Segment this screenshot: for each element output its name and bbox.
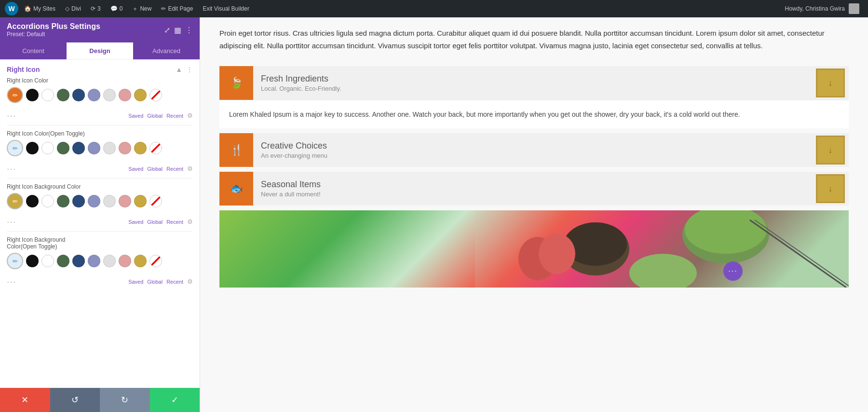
bg-color-swatch-black[interactable] (26, 195, 39, 207)
bottom-bar: ✕ ↺ ↻ ✓ (0, 388, 200, 412)
color-swatch-white[interactable] (41, 89, 54, 101)
color-swatch-lavender[interactable] (88, 89, 100, 101)
accordion-header-2[interactable]: 🐟 Seasonal Items Never a dull moment! ↓ (219, 172, 849, 206)
color-swatch-green[interactable] (57, 89, 69, 101)
bg-color-swatch-none[interactable] (149, 195, 162, 207)
color-tab-global[interactable]: Global (147, 113, 163, 119)
color-dots[interactable]: ··· (7, 110, 16, 121)
color-tab-recent[interactable]: Recent (166, 113, 183, 119)
open-color-dots[interactable]: ··· (7, 163, 16, 174)
bg-color-settings-gear[interactable]: ⚙ (187, 218, 193, 225)
bg-color-swatch-green[interactable] (57, 195, 69, 207)
right-icon-bg-open-color-field: Right Icon Background Color(Open Toggle)… (0, 236, 200, 274)
comments-link[interactable]: 💬 0 (107, 3, 127, 14)
bg-open-swatch-gold[interactable] (134, 255, 147, 267)
new-link[interactable]: ＋ New (128, 3, 155, 15)
bg-color-dots[interactable]: ··· (7, 216, 16, 227)
my-sites-link[interactable]: 🏠 My Sites (20, 3, 59, 14)
more-icon[interactable]: ⋮ (185, 26, 193, 35)
accordion-icon-2: 🐟 (219, 172, 253, 206)
howdy-text[interactable]: Howdy, Christina Gwira (781, 1, 863, 16)
accordion-header-1[interactable]: 🍴 Creative Choices An ever-changing menu… (219, 133, 849, 167)
bg-color-swatch-white[interactable] (41, 195, 54, 207)
accordion-title-0: Fresh Ingredients (261, 74, 808, 84)
bg-color-swatch-lavender[interactable] (88, 195, 100, 207)
right-icon-open-color-active[interactable]: ✏ (7, 140, 23, 156)
bg-open-color-tab-global[interactable]: Global (147, 279, 163, 285)
open-color-swatch-lavender[interactable] (88, 142, 100, 154)
bg-open-color-dots[interactable]: ··· (7, 276, 16, 287)
tab-design[interactable]: Design (67, 42, 133, 59)
tab-content[interactable]: Content (0, 42, 67, 59)
open-color-swatch-pink[interactable] (119, 142, 131, 154)
accordion-header-0[interactable]: 🍃 Fresh Ingredients Local. Organic. Eco-… (219, 66, 849, 100)
comment-icon: 💬 (110, 5, 118, 12)
open-color-swatch-lightgray[interactable] (103, 142, 116, 154)
color-tab-saved[interactable]: Saved (128, 113, 143, 119)
bg-open-swatch-none[interactable] (149, 255, 162, 267)
right-icon-color-active[interactable]: ✏ (7, 87, 23, 103)
redo-button[interactable]: ↻ (100, 388, 150, 412)
open-color-swatch-white[interactable] (41, 142, 54, 154)
edit-page-link[interactable]: ✏ Edit Page (157, 3, 197, 14)
divi-link[interactable]: ◇ Divi (61, 3, 85, 14)
accordion-toggle-0[interactable]: ↓ (816, 69, 845, 97)
collapse-icon[interactable]: ▲ (176, 66, 182, 73)
counter-link[interactable]: ⟳ 3 (87, 3, 105, 14)
wp-logo[interactable]: W (5, 2, 18, 15)
section-more-icon[interactable]: ⋮ (186, 66, 193, 73)
bg-open-swatch-pink[interactable] (119, 255, 131, 267)
open-color-settings-gear[interactable]: ⚙ (187, 165, 193, 172)
resize-icon[interactable]: ⤢ (164, 26, 170, 35)
open-color-swatch-green[interactable] (57, 142, 69, 154)
bg-open-color-settings-gear[interactable]: ⚙ (187, 278, 193, 285)
accordion-icon-1: 🍴 (219, 133, 253, 167)
color-swatch-lightgray[interactable] (103, 89, 116, 101)
bg-color-tab-global[interactable]: Global (147, 219, 163, 225)
bg-color-swatch-navy[interactable] (72, 195, 85, 207)
panel-preset[interactable]: Preset: Default (7, 31, 100, 38)
grid-icon[interactable]: ▦ (174, 26, 181, 35)
undo-button[interactable]: ↺ (50, 388, 100, 412)
cancel-button[interactable]: ✕ (0, 388, 50, 412)
color-settings-gear[interactable]: ⚙ (187, 112, 193, 119)
bg-color-swatch-pink[interactable] (119, 195, 131, 207)
right-icon-bg-color-label: Right Icon Background Color (7, 183, 193, 190)
open-color-swatch-black[interactable] (26, 142, 39, 154)
open-color-swatch-none[interactable] (149, 142, 162, 154)
bg-open-swatch-navy[interactable] (72, 255, 85, 267)
bg-open-swatch-black[interactable] (26, 255, 39, 267)
right-icon-bg-color-field: Right Icon Background Color ✏ (0, 183, 200, 214)
panel-body: Right Icon ▲ ⋮ Right Icon Color ✏ (0, 59, 200, 388)
color-swatch-pink[interactable] (119, 89, 131, 101)
color-swatch-none[interactable] (149, 89, 162, 101)
bg-open-swatch-white[interactable] (41, 255, 54, 267)
tab-advanced[interactable]: Advanced (133, 42, 200, 59)
bg-color-tab-saved[interactable]: Saved (128, 219, 143, 225)
right-icon-section-header: Right Icon ▲ ⋮ (0, 59, 200, 77)
right-icon-bg-active[interactable]: ✏ (7, 193, 23, 209)
open-color-tab-recent[interactable]: Recent (166, 166, 183, 172)
accordion-toggle-2[interactable]: ↓ (816, 174, 845, 203)
color-swatch-gold[interactable] (134, 89, 147, 101)
bg-open-swatch-lightgray[interactable] (103, 255, 116, 267)
bg-open-color-tab-saved[interactable]: Saved (128, 279, 143, 285)
color-swatch-navy[interactable] (72, 89, 85, 101)
accordion-toggle-1[interactable]: ↓ (816, 136, 845, 165)
confirm-button[interactable]: ✓ (150, 388, 200, 412)
open-color-tab-saved[interactable]: Saved (128, 166, 143, 172)
eyedropper-bg-open-icon: ✏ (13, 258, 18, 265)
bg-open-swatch-green[interactable] (57, 255, 69, 267)
bg-color-swatch-lightgray[interactable] (103, 195, 116, 207)
bg-color-tab-recent[interactable]: Recent (166, 219, 183, 225)
right-icon-bg-open-active[interactable]: ✏ (7, 253, 23, 269)
open-color-swatch-gold[interactable] (134, 142, 147, 154)
bg-open-swatch-lavender[interactable] (88, 255, 100, 267)
user-avatar (849, 3, 859, 14)
bg-color-swatch-gold[interactable] (134, 195, 147, 207)
open-color-tab-global[interactable]: Global (147, 166, 163, 172)
open-color-swatch-navy[interactable] (72, 142, 85, 154)
color-swatch-black[interactable] (26, 89, 39, 101)
exit-builder-link[interactable]: Exit Visual Builder (199, 3, 253, 14)
bg-open-color-tab-recent[interactable]: Recent (166, 279, 183, 285)
